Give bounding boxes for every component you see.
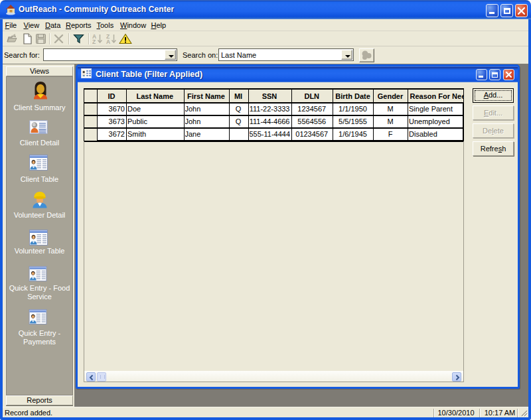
svg-text:Z: Z: [92, 38, 96, 44]
svg-text:A: A: [106, 38, 110, 44]
